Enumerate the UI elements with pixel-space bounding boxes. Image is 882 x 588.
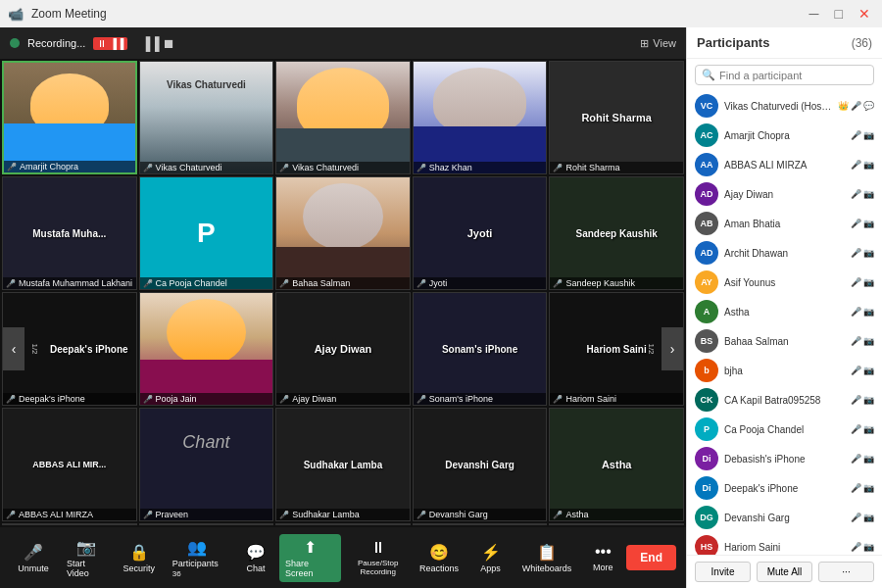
more-button[interactable]: ••• More — [579, 539, 626, 576]
list-item[interactable]: AD Ajay Diwan 🎤 📷 — [687, 179, 882, 209]
cell-name: 🎤 Vikas Chaturvedi — [276, 162, 410, 173]
mic-icon: 🎤 — [553, 395, 563, 404]
list-item[interactable]: VC Vikas Chaturvedi (Host, me) 👑 🎤 💬 — [687, 91, 882, 121]
cell-title: Astha — [602, 459, 632, 470]
video-cell[interactable]: 🎤 Shaz Khan — [413, 61, 548, 174]
cell-name: 🎤 Sonam's iPhone — [414, 393, 547, 405]
mic-icon: 🎤 — [6, 279, 16, 288]
video-cell[interactable]: Mustafa Muha... 🎤 Mustafa Muhammad Lakha… — [2, 176, 137, 290]
video-cell[interactable]: 🎤 Vikas Chaturvedi — [275, 61, 411, 174]
list-item[interactable]: Di Debasish's iPhone 🎤 📷 — [687, 444, 882, 473]
list-item[interactable]: AD Archit Dhawan 🎤 📷 — [687, 238, 882, 268]
view-button[interactable]: ⊞ View — [640, 37, 676, 50]
participant-name: Astha — [724, 307, 845, 318]
video-cell[interactable]: Kumar Kishlay 🎤 Kumar Kishlay — [275, 523, 411, 525]
main-layout: Recording... ⏸ ▐▐ ▐▐ ⏹ ⊞ View 🎤 Amarjit … — [0, 27, 882, 588]
video-cell[interactable]: P 🎤 Ca Pooja Chandel — [139, 176, 274, 290]
list-item[interactable]: AB Aman Bhatia 🎤 📷 — [687, 209, 882, 238]
start-video-button[interactable]: 📷 Start Video — [61, 534, 112, 582]
panel-footer: Invite Mute All ··· — [687, 555, 882, 588]
recording-dot — [10, 38, 20, 48]
video-cell[interactable]: Sandeep Kaushik 🎤 Sandeep Kaushik — [549, 176, 684, 290]
cell-title: Devanshi Garg — [445, 460, 514, 470]
video-status-icon: 📷 — [863, 277, 874, 287]
list-item[interactable]: CK CA Kapil Batra095258 🎤 📷 — [687, 385, 882, 415]
video-cell[interactable]: 🎤 Kruti Kothari — [139, 523, 274, 525]
participant-name: Aman Bhatia — [724, 219, 845, 229]
next-page-arrow[interactable]: › — [662, 327, 683, 370]
mic-icon: 🎤 — [553, 511, 563, 519]
cell-name: 🎤 Ca Pooja Chandel — [140, 277, 273, 289]
list-item[interactable]: BS Bahaa Salman 🎤 📷 — [687, 326, 882, 356]
participant-icons: 🎤 📷 — [851, 483, 874, 493]
video-cell[interactable]: Sonam's iPhone 🎤 Sonam's iPhone — [413, 292, 548, 406]
participants-button[interactable]: 👥 Participants 36 — [167, 534, 228, 582]
participant-search-input[interactable] — [719, 70, 867, 81]
video-cell[interactable]: Archit Dhawan 🎤 Archit Dhawan — [413, 523, 548, 525]
mic-icon: 🎤 — [279, 395, 289, 404]
cell-name: 🎤 Amarjit Chopra — [4, 161, 135, 172]
list-item[interactable]: b bjha 🎤 📷 — [687, 356, 882, 385]
mute-all-button[interactable]: Mute All — [757, 562, 812, 582]
video-cell[interactable]: Astha 🎤 Astha — [549, 408, 684, 521]
video-cell[interactable]: Chant 🎤 Praveen — [139, 408, 274, 521]
list-item[interactable]: A Astha 🎤 📷 — [687, 297, 882, 326]
list-item[interactable]: Di Deepak's iPhone 🎤 📷 — [687, 473, 882, 503]
invite-button[interactable]: Invite — [695, 562, 751, 582]
unmute-button[interactable]: 🎤 Unmute — [10, 539, 57, 577]
end-button[interactable]: End — [626, 545, 676, 570]
apps-button[interactable]: ⚡ Apps — [467, 539, 514, 577]
video-cell[interactable]: sathyamoorthy... 🎤 R.SATHYAMOOORT... — [2, 523, 137, 525]
video-cell[interactable]: 🎤 Pooja Jain — [139, 292, 274, 406]
video-cell[interactable]: Devanshi Garg 🎤 Devanshi Garg — [413, 408, 548, 521]
apps-icon: ⚡ — [481, 543, 501, 562]
video-cell[interactable]: 🎤 Amarjit Chopra — [2, 61, 137, 174]
participant-icons: 🎤 📷 — [851, 189, 874, 199]
pause-icon[interactable]: ▐▐ ⏹ — [141, 36, 175, 51]
minimize-button[interactable]: ─ — [806, 6, 823, 22]
video-cell[interactable]: ‹ 1/2 Deepak's iPhone 🎤 Deepak's iPhone — [2, 292, 137, 406]
video-cell[interactable]: Jyoti 🎤 Jyoti — [413, 176, 548, 290]
participant-name: Ca Pooja Chandel — [724, 424, 845, 435]
mic-status-icon: 🎤 — [851, 395, 861, 405]
whiteboards-button[interactable]: 📋 Whiteboards — [518, 539, 576, 577]
list-item[interactable]: AC Amarjit Chopra 🎤 📷 — [687, 121, 882, 150]
video-cell[interactable]: Sudhakar Lamba 🎤 Sudhakar Lamba — [275, 408, 411, 521]
list-item[interactable]: DG Devanshi Garg 🎤 📷 — [687, 503, 882, 532]
close-button[interactable]: ✕ — [855, 6, 874, 22]
mic-status-icon: 🎤 — [851, 130, 861, 140]
share-screen-button[interactable]: ⬆ Share Screen — [279, 534, 341, 582]
mic-status-icon: 🎤 — [851, 160, 861, 170]
video-cell[interactable]: Ajay Diwan 🎤 Ajay Diwan — [275, 292, 411, 406]
cell-title: Sudhakar Lamba — [304, 460, 383, 470]
more-options-button[interactable]: ··· — [818, 562, 874, 582]
video-cell[interactable]: Vikas Chauhan 🎤 Vikas Chauhan — [549, 523, 684, 525]
record-button[interactable]: ⏸ Pause/Stop Recording — [345, 535, 412, 580]
participant-name: Ajay Diwan — [724, 189, 845, 200]
view-icon: ⊞ — [640, 37, 649, 50]
cell-name: 🎤 Hariom Saini — [550, 393, 683, 405]
cell-name: 🎤 Kumar Kishlay — [276, 523, 410, 524]
mic-status-icon: 🎤 — [851, 542, 861, 552]
video-status-icon: 📷 — [863, 513, 874, 522]
record-icon: ⏸ — [370, 539, 386, 557]
video-cell[interactable]: Vikas Chaturvedi 🎤 Vikas Chaturvedi — [139, 61, 274, 174]
prev-page-arrow[interactable]: ‹ — [3, 327, 24, 370]
reactions-button[interactable]: 😊 Reactions — [415, 539, 463, 577]
list-item[interactable]: AA ABBAS ALI MIRZA 🎤 📷 — [687, 150, 882, 179]
maximize-button[interactable]: □ — [831, 6, 847, 22]
title-bar-controls[interactable]: ─ □ ✕ — [806, 6, 874, 22]
video-cell[interactable]: 🎤 Bahaa Salman — [275, 176, 411, 290]
security-button[interactable]: 🔒 Security — [116, 539, 163, 577]
share-icon: ⬆ — [304, 538, 317, 557]
video-cell[interactable]: Rohit Sharma 🎤 Rohit Sharma — [549, 61, 684, 174]
list-item[interactable]: P Ca Pooja Chandel 🎤 📷 — [687, 415, 882, 444]
search-box[interactable]: 🔍 — [695, 65, 874, 85]
list-item[interactable]: HS Hariom Saini 🎤 📷 — [687, 532, 882, 555]
video-cell[interactable]: ABBAS ALI MIR... 🎤 ABBAS ALI MIRZA — [2, 408, 137, 521]
video-cell[interactable]: › 1/2 Hariom Saini 🎤 Hariom Saini — [549, 292, 684, 406]
participants-panel: Participants (36) 🔍 VC Vikas Chaturvedi … — [686, 27, 882, 588]
chat-button[interactable]: 💬 Chat — [232, 539, 279, 577]
list-item[interactable]: AY Asif Younus 🎤 📷 — [687, 268, 882, 297]
topbar-left: Recording... ⏸ ▐▐ ▐▐ ⏹ — [10, 36, 175, 51]
